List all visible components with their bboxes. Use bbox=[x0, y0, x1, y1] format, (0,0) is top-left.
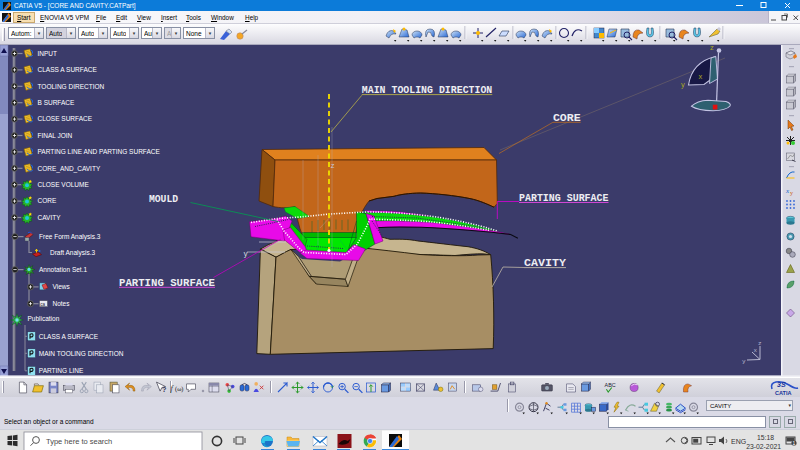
svg-text:y: y bbox=[790, 190, 793, 196]
svg-text:1: 1 bbox=[793, 440, 796, 446]
svg-text:PARTING SURFACE: PARTING SURFACE bbox=[119, 276, 215, 289]
svg-text:(ω): (ω) bbox=[175, 385, 183, 393]
svg-text:Type here to search: Type here to search bbox=[46, 436, 112, 445]
svg-text:x: x bbox=[754, 347, 758, 354]
svg-text:CLOSE SURFACE: CLOSE SURFACE bbox=[38, 115, 93, 122]
svg-text:x: x bbox=[699, 72, 703, 81]
svg-text:3S: 3S bbox=[777, 381, 786, 388]
svg-text:Notes: Notes bbox=[53, 300, 71, 307]
svg-text:CLOSE VOLUME: CLOSE VOLUME bbox=[38, 181, 90, 188]
svg-text:Free Form Analysis.3: Free Form Analysis.3 bbox=[39, 233, 101, 241]
svg-text:CLASS A SURFACE: CLASS A SURFACE bbox=[39, 333, 99, 340]
svg-text:Views: Views bbox=[53, 283, 71, 290]
svg-text:z: z bbox=[710, 45, 714, 52]
svg-text:CATIA: CATIA bbox=[775, 390, 791, 396]
svg-text:FINAL JOIN: FINAL JOIN bbox=[38, 132, 73, 139]
svg-text:Publication: Publication bbox=[28, 315, 60, 322]
svg-text:ABC: ABC bbox=[605, 382, 616, 388]
svg-text:23-02-2021: 23-02-2021 bbox=[746, 442, 781, 449]
svg-text:15:18: 15:18 bbox=[757, 433, 774, 440]
svg-text:CORE: CORE bbox=[38, 197, 57, 204]
svg-text:CORE_AND_CAVITY: CORE_AND_CAVITY bbox=[38, 165, 101, 173]
svg-text:MAIN TOOLING DIRECTION: MAIN TOOLING DIRECTION bbox=[39, 350, 124, 357]
svg-text:MOULD: MOULD bbox=[149, 192, 178, 205]
svg-text:MAIN TOOLING DIRECTION: MAIN TOOLING DIRECTION bbox=[362, 83, 493, 96]
svg-text:CAVITY: CAVITY bbox=[524, 256, 566, 269]
svg-text:INPUT: INPUT bbox=[38, 50, 58, 57]
svg-text:Draft Analysis.3: Draft Analysis.3 bbox=[50, 249, 96, 257]
svg-text:ca: ca bbox=[40, 302, 45, 307]
svg-text:z: z bbox=[758, 340, 762, 347]
svg-text:CLASS A SURFACE: CLASS A SURFACE bbox=[38, 66, 98, 73]
svg-text:CAVITY: CAVITY bbox=[38, 214, 62, 221]
svg-text:B SURFACE: B SURFACE bbox=[38, 99, 76, 106]
svg-text:CORE: CORE bbox=[553, 111, 581, 124]
svg-text:TOOLING DIRECTION: TOOLING DIRECTION bbox=[38, 83, 105, 90]
svg-text:y: y bbox=[681, 80, 685, 89]
svg-text:?: ? bbox=[162, 385, 166, 394]
svg-text:y: y bbox=[244, 250, 248, 258]
svg-text:f: f bbox=[171, 384, 175, 393]
svg-text:PARTING LINE: PARTING LINE bbox=[39, 367, 84, 374]
svg-text:ENG: ENG bbox=[731, 437, 746, 444]
svg-text:PARTING LINE AND PARTING SURFA: PARTING LINE AND PARTING SURFACE bbox=[38, 148, 161, 155]
svg-text:z: z bbox=[331, 162, 335, 170]
svg-text:y: y bbox=[742, 358, 746, 365]
svg-text:Annotation Set.1: Annotation Set.1 bbox=[39, 266, 87, 273]
